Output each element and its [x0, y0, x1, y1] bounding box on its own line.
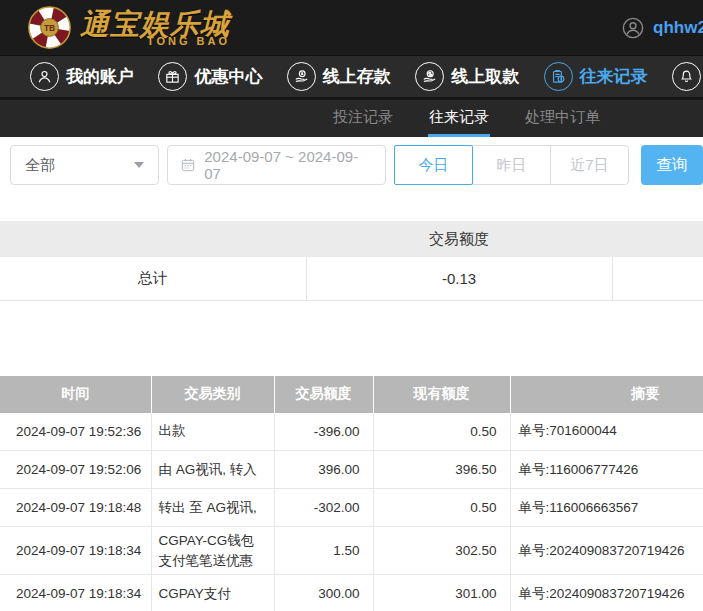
summary-section: 交易额度 总计 -0.13	[0, 221, 703, 301]
nav-online-deposit[interactable]: 线上存款	[287, 62, 391, 91]
cell-time: 2024-09-07 19:18:34	[0, 527, 151, 575]
col-header-summary: 摘要	[510, 376, 703, 413]
cell-amount: 1.50	[274, 527, 373, 575]
table-row: 2024-09-07 19:52:36 出款 -396.00 0.50 单号:7…	[0, 413, 703, 451]
tab-transaction-records[interactable]: 往来记录	[428, 100, 490, 137]
page: TB 通宝娱乐城 TONG BAO qhhw2 我的账户	[0, 0, 703, 611]
calendar-icon	[180, 157, 196, 173]
cell-ref: 单号:116006777426	[510, 451, 703, 489]
deposit-icon	[287, 62, 316, 91]
category-selected-value: 全部	[25, 156, 55, 175]
cell-balance: 0.50	[373, 489, 510, 527]
main-navigation: 我的账户 优惠中心 线上存款 线上取款 往来记录	[0, 55, 703, 97]
nav-label: 往来记录	[580, 65, 648, 88]
cell-ref: 单号:116006663567	[510, 489, 703, 527]
user-avatar-icon	[622, 17, 644, 39]
username-label: qhhw2	[653, 18, 703, 38]
summary-total-row: 总计 -0.13	[0, 257, 703, 300]
nav-my-account[interactable]: 我的账户	[30, 62, 134, 91]
user-account[interactable]: qhhw2	[622, 0, 703, 55]
withdraw-icon	[415, 62, 444, 91]
quick-today-button[interactable]: 今日	[394, 145, 473, 185]
table-row: 2024-09-07 19:18:34 CGPAY-CG钱包支付笔笔送优惠 1.…	[0, 527, 703, 575]
quick-date-group: 今日 昨日 近7日	[394, 145, 629, 185]
cell-ref: 单号:701600044	[510, 413, 703, 451]
cell-amount: 396.00	[274, 451, 373, 489]
cell-type: 转出 至 AG视讯,	[151, 489, 274, 527]
nav-label: 我的账户	[66, 65, 134, 88]
nav-label: 线上存款	[323, 65, 391, 88]
category-select[interactable]: 全部	[10, 145, 159, 185]
cell-amount: 300.00	[274, 575, 373, 611]
nav-label: 优惠中心	[194, 65, 262, 88]
table-row: 2024-09-07 19:52:06 由 AG视讯, 转入 396.00 39…	[0, 451, 703, 489]
gift-icon	[158, 62, 187, 91]
cell-ref: 单号:202409083720719426	[510, 575, 703, 611]
bell-icon	[672, 62, 701, 91]
search-button[interactable]: 查询	[641, 145, 703, 185]
chevron-down-icon	[134, 162, 144, 168]
cell-balance: 302.50	[373, 527, 510, 575]
col-header-type: 交易类别	[151, 376, 274, 413]
nav-transaction-records[interactable]: 往来记录	[544, 62, 648, 91]
brand-subtitle: TONG BAO	[80, 35, 230, 47]
nav-label: 线上取款	[451, 65, 519, 88]
quick-yesterday-button[interactable]: 昨日	[472, 145, 551, 185]
date-range-picker[interactable]: 2024-09-07 ~ 2024-09-07	[167, 145, 386, 185]
col-header-balance: 现有额度	[373, 376, 510, 413]
filter-bar: 全部 2024-09-07 ~ 2024-09-07 今日 昨日 近7日 查询	[0, 137, 703, 185]
nav-promotions[interactable]: 优惠中心	[158, 62, 262, 91]
nav-notifications[interactable]	[672, 62, 701, 91]
summary-table: 交易额度 总计 -0.13	[0, 221, 703, 301]
tab-betting-records[interactable]: 投注记录	[332, 100, 394, 137]
records-icon	[544, 62, 573, 91]
cell-time: 2024-09-07 19:18:48	[0, 489, 151, 527]
cell-type: 出款	[151, 413, 274, 451]
date-range-value: 2024-09-07 ~ 2024-09-07	[204, 148, 373, 182]
cell-balance: 396.50	[373, 451, 510, 489]
records-tab-bar: 投注记录 往来记录 处理中订单	[0, 97, 703, 137]
transactions-header-row: 时间 交易类别 交易额度 现有额度 摘要	[0, 376, 703, 413]
table-row: 2024-09-07 19:18:48 转出 至 AG视讯, -302.00 0…	[0, 489, 703, 527]
summary-total-value: -0.13	[306, 257, 612, 300]
cell-time: 2024-09-07 19:52:06	[0, 451, 151, 489]
cell-amount: -302.00	[274, 489, 373, 527]
cell-type: CGPAY-CG钱包支付笔笔送优惠	[151, 527, 274, 575]
top-header: TB 通宝娱乐城 TONG BAO qhhw2	[0, 0, 703, 55]
cell-amount: -396.00	[274, 413, 373, 451]
quick-last7days-button[interactable]: 近7日	[550, 145, 629, 185]
table-row: 2024-09-07 19:18:34 CGPAY支付 300.00 301.0…	[0, 575, 703, 611]
cell-time: 2024-09-07 19:52:36	[0, 413, 151, 451]
cell-time: 2024-09-07 19:18:34	[0, 575, 151, 611]
summary-empty-cell	[612, 257, 703, 300]
tab-pending-orders[interactable]: 处理中订单	[524, 100, 601, 137]
summary-total-label: 总计	[0, 257, 306, 300]
cell-balance: 0.50	[373, 413, 510, 451]
brand-logo[interactable]: TB 通宝娱乐城 TONG BAO	[27, 5, 230, 50]
cell-type: 由 AG视讯, 转入	[151, 451, 274, 489]
transactions-table: 时间 交易类别 交易额度 现有额度 摘要 2024-09-07 19:52:36…	[0, 376, 703, 611]
summary-header-label: 交易额度	[0, 221, 703, 257]
summary-header-row: 交易额度	[0, 221, 703, 257]
cell-balance: 301.00	[373, 575, 510, 611]
cell-ref: 单号:202409083720719426	[510, 527, 703, 575]
user-icon	[30, 62, 59, 91]
col-header-amount: 交易额度	[274, 376, 373, 413]
col-header-time: 时间	[0, 376, 151, 413]
svg-text:TB: TB	[44, 23, 55, 33]
cell-type: CGPAY支付	[151, 575, 274, 611]
brand-text: 通宝娱乐城 TONG BAO	[80, 9, 230, 47]
nav-online-withdrawal[interactable]: 线上取款	[415, 62, 519, 91]
poker-chip-icon: TB	[27, 5, 72, 50]
transactions-section: 时间 交易类别 交易额度 现有额度 摘要 2024-09-07 19:52:36…	[0, 376, 703, 611]
